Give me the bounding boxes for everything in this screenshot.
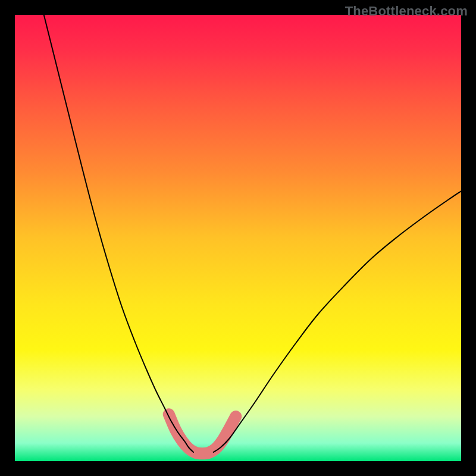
watermark-text: TheBottleneck.com (345, 4, 468, 19)
bottleneck-chart (15, 15, 461, 461)
plot-background (15, 15, 461, 461)
chart-frame: TheBottleneck.com (0, 0, 476, 476)
